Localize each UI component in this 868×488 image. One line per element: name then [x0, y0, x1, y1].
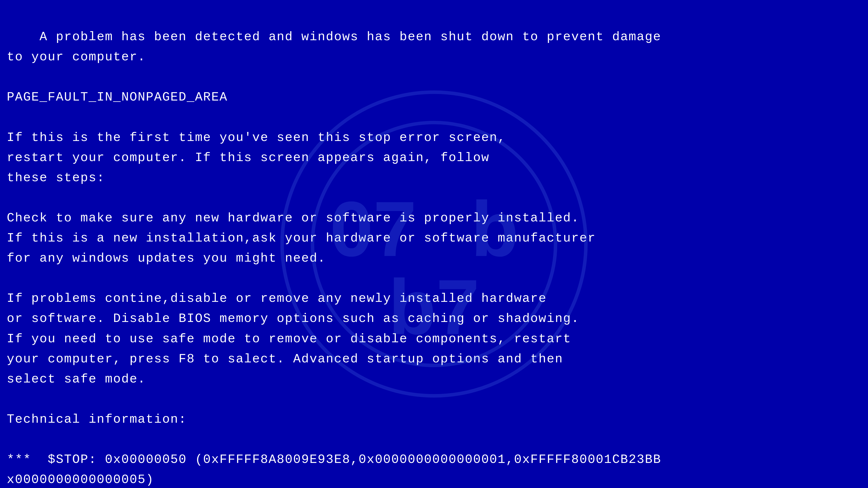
first-time-line2: restart your computer. If this screen ap…: [7, 151, 489, 165]
problems-line5: select safe mode.: [7, 372, 146, 386]
error-code: PAGE_FAULT_IN_NONPAGED_AREA: [7, 90, 228, 104]
first-time-line1: If this is the first time you've seen th…: [7, 131, 506, 145]
header-line1: A problem has been detected and windows …: [39, 30, 661, 44]
bsod-content: A problem has been detected and windows …: [7, 7, 861, 488]
stop-line1: *** $STOP: 0x00000050 (0xFFFFF8A8009E93E…: [7, 453, 661, 467]
first-time-line3: these steps:: [7, 171, 105, 185]
tech-label: Technical information:: [7, 412, 187, 427]
problems-line1: If problems contine,disable or remove an…: [7, 291, 547, 306]
bsod-screen: 07 b b7 A problem has been detected and …: [0, 0, 868, 488]
problems-line3: If you need to use safe mode to remove o…: [7, 332, 571, 346]
header-line2: to your computer.: [7, 50, 146, 64]
check-hardware-line2: If this is a new installation,ask your h…: [7, 231, 596, 246]
problems-line4: your computer, press F8 to salect. Advan…: [7, 352, 563, 366]
problems-line2: or software. Disable BIOS memory options…: [7, 312, 579, 326]
stop-line2: x0000000000000005): [7, 473, 154, 487]
check-hardware-line3: for any windows updates you might need.: [7, 251, 326, 265]
check-hardware-line1: Check to make sure any new hardware or s…: [7, 211, 579, 225]
